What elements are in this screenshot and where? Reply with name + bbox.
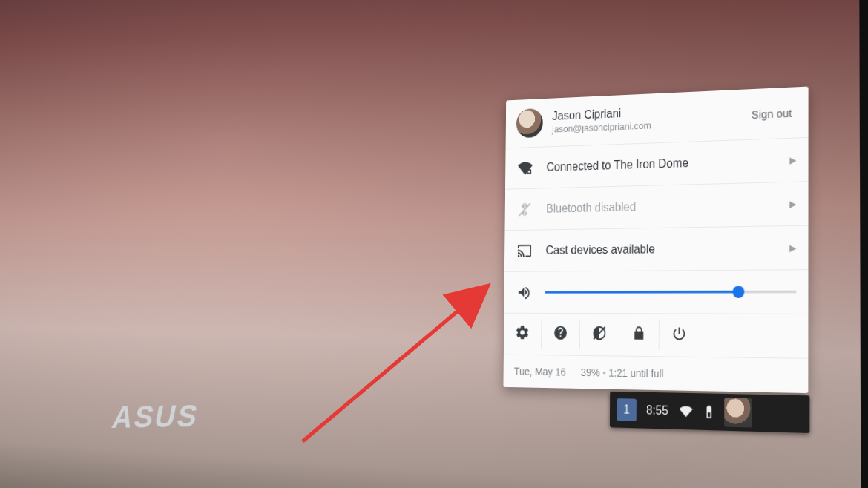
battery-icon: [701, 403, 717, 421]
volume-slider[interactable]: [545, 283, 796, 301]
notification-count: 1: [623, 403, 629, 416]
cast-label: Cast devices available: [546, 241, 771, 257]
notification-badge[interactable]: 1: [617, 398, 637, 421]
wifi-label: Connected to The Iron Dome: [546, 154, 770, 174]
action-row: [504, 313, 809, 358]
bluetooth-label: Bluetooth disabled: [546, 197, 770, 216]
bluetooth-disabled-icon: [516, 201, 534, 217]
wifi-icon: [678, 403, 694, 420]
lock-icon: [631, 325, 647, 344]
status-row: Tue, May 16 39% - 1:21 until full: [503, 355, 808, 393]
night-light-toggle[interactable]: [580, 320, 619, 350]
svg-line-2: [519, 203, 530, 215]
settings-button[interactable]: [504, 320, 542, 349]
volume-row: [504, 269, 808, 314]
shelf-clock: 8:55: [643, 403, 671, 418]
status-date: Tue, May 16: [514, 366, 566, 378]
gear-icon: [515, 324, 530, 343]
avatar: [516, 108, 543, 138]
status-battery: 39% - 1:21 until full: [581, 366, 664, 380]
screen-stage: Jason Cipriani jason@jasoncipriani.com S…: [103, 0, 864, 488]
shelf-avatar[interactable]: [724, 398, 752, 427]
help-icon: [553, 325, 568, 344]
power-icon: [671, 326, 687, 346]
wifi-icon: [516, 160, 534, 177]
system-shelf[interactable]: 1 8:55: [610, 392, 809, 433]
cast-icon: [515, 243, 533, 259]
night-light-icon: [592, 325, 608, 344]
svg-rect-1: [528, 171, 530, 173]
help-button[interactable]: [542, 320, 580, 349]
lock-button[interactable]: [619, 320, 660, 350]
photo-scene: ASUS Jason Cipriani jason@jasoncipriani.…: [0, 0, 868, 488]
sign-out-button[interactable]: Sign out: [747, 106, 797, 121]
chevron-right-icon: ▸: [783, 151, 796, 168]
cast-row[interactable]: Cast devices available ▸: [504, 225, 809, 271]
chevron-right-icon: ▸: [783, 240, 796, 257]
volume-icon[interactable]: [515, 284, 533, 300]
system-panel: Jason Cipriani jason@jasoncipriani.com S…: [503, 87, 808, 394]
power-button[interactable]: [660, 320, 700, 350]
chevron-right-icon: ▸: [783, 195, 796, 212]
bluetooth-row[interactable]: Bluetooth disabled ▸: [504, 181, 808, 230]
